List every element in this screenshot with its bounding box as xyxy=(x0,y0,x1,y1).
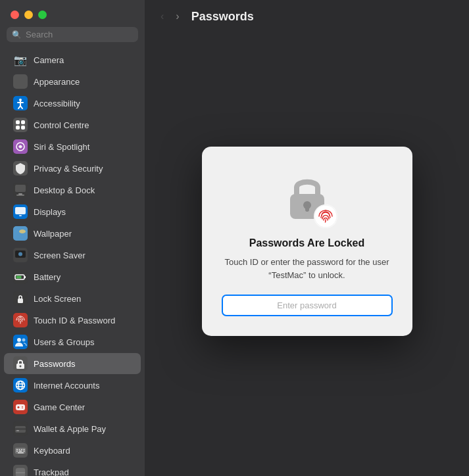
svg-rect-35 xyxy=(13,335,28,349)
svg-point-40 xyxy=(20,366,22,368)
svg-rect-21 xyxy=(19,215,22,216)
game-center-icon xyxy=(13,400,28,414)
dialog-overlay: Passwords Are Locked Touch ID or enter t… xyxy=(145,33,469,476)
sidebar-item-game-center[interactable]: Game Center xyxy=(4,396,141,417)
svg-rect-8 xyxy=(16,120,20,124)
svg-point-27 xyxy=(18,252,22,256)
sidebar-item-label-internet-accounts: Internet Accounts xyxy=(34,381,99,391)
svg-rect-64 xyxy=(24,451,25,452)
svg-rect-16 xyxy=(15,185,26,192)
main-content: ‹ › Passwords xyxy=(145,0,469,476)
svg-rect-18 xyxy=(16,195,24,196)
svg-rect-63 xyxy=(19,451,22,452)
svg-rect-17 xyxy=(18,193,22,195)
internet-accounts-icon xyxy=(13,378,28,393)
svg-rect-9 xyxy=(21,120,25,124)
forward-button[interactable]: › xyxy=(173,9,182,24)
sidebar-list: 📷CameraAppearanceAccessibilityControl Ce… xyxy=(0,49,145,476)
camera-icon: 📷 xyxy=(13,53,28,67)
sidebar-item-accessibility[interactable]: Accessibility xyxy=(4,93,141,114)
sidebar-item-label-lock-screen: Lock Screen xyxy=(34,294,81,304)
sidebar-item-screen-saver[interactable]: Screen Saver xyxy=(4,245,141,266)
sidebar-item-label-keyboard: Keyboard xyxy=(34,446,70,456)
svg-rect-61 xyxy=(24,449,25,450)
sidebar-item-privacy-security[interactable]: Privacy & Security xyxy=(4,158,141,179)
sidebar-item-label-users-groups: Users & Groups xyxy=(34,337,94,347)
svg-rect-60 xyxy=(21,449,22,450)
sidebar-item-battery[interactable]: Battery xyxy=(4,266,141,287)
passwords-icon xyxy=(13,356,28,371)
sidebar-item-label-touch-id-password: Touch ID & Password xyxy=(34,316,115,325)
sidebar-item-siri-spotlight[interactable]: Siri & Spotlight xyxy=(4,136,141,157)
sidebar-item-passwords[interactable]: Passwords xyxy=(4,353,141,374)
back-button[interactable]: ‹ xyxy=(158,9,166,24)
minimize-button[interactable] xyxy=(24,11,33,19)
maximize-button[interactable] xyxy=(38,11,47,19)
wallet-apple-pay-icon xyxy=(13,421,28,436)
touch-id-password-icon xyxy=(13,313,28,327)
desktop-dock-icon xyxy=(13,183,28,197)
svg-rect-20 xyxy=(15,207,26,214)
sidebar-item-label-wallpaper: Wallpaper xyxy=(34,229,72,239)
sidebar-item-wallet-apple-pay[interactable]: Wallet & Apple Pay xyxy=(4,418,141,439)
svg-point-78 xyxy=(314,205,337,227)
page-title: Passwords xyxy=(191,10,254,24)
dialog-title: Passwords Are Locked xyxy=(249,237,364,249)
sidebar-item-label-accessibility: Accessibility xyxy=(34,99,80,108)
svg-rect-65 xyxy=(18,452,24,454)
lock-icon-wrap xyxy=(281,170,333,226)
sidebar-item-label-desktop-dock: Desktop & Dock xyxy=(34,185,95,195)
sidebar-item-displays[interactable]: Displays xyxy=(4,201,141,222)
sidebar-item-label-camera: Camera xyxy=(34,55,64,65)
search-input[interactable] xyxy=(26,30,133,39)
sidebar-item-label-game-center: Game Center xyxy=(34,402,85,412)
svg-point-50 xyxy=(22,406,23,408)
svg-rect-76 xyxy=(305,205,309,212)
svg-rect-59 xyxy=(19,449,20,450)
svg-rect-62 xyxy=(16,451,18,452)
titlebar-buttons xyxy=(0,0,145,27)
svg-rect-7 xyxy=(13,118,28,132)
svg-rect-30 xyxy=(24,276,26,278)
sidebar-item-keyboard[interactable]: Keyboard xyxy=(4,440,141,461)
sidebar-item-internet-accounts[interactable]: Internet Accounts xyxy=(4,375,141,396)
svg-rect-0 xyxy=(13,74,28,89)
control-centre-icon xyxy=(13,118,28,132)
svg-rect-10 xyxy=(16,126,20,130)
appearance-icon xyxy=(13,74,28,89)
dialog-box: Passwords Are Locked Touch ID or enter t… xyxy=(202,147,412,336)
users-groups-icon xyxy=(13,335,28,349)
svg-point-36 xyxy=(17,338,21,342)
svg-rect-33 xyxy=(18,298,23,303)
sidebar-item-label-siri-spotlight: Siri & Spotlight xyxy=(34,142,89,152)
svg-rect-41 xyxy=(13,378,28,393)
svg-rect-11 xyxy=(21,126,25,130)
sidebar-item-wallpaper[interactable]: Wallpaper xyxy=(4,223,141,244)
sidebar-item-lock-screen[interactable]: Lock Screen xyxy=(4,288,141,309)
trackpad-icon xyxy=(13,465,28,476)
fingerprint-icon xyxy=(314,204,337,228)
svg-point-37 xyxy=(22,339,26,342)
sidebar-item-touch-id-password[interactable]: Touch ID & Password xyxy=(4,310,141,331)
sidebar-item-desktop-dock[interactable]: Desktop & Dock xyxy=(4,179,141,201)
sidebar-item-control-centre[interactable]: Control Centre xyxy=(4,114,141,135)
svg-rect-47 xyxy=(16,404,25,410)
sidebar-item-label-battery: Battery xyxy=(34,272,61,282)
siri-spotlight-icon xyxy=(13,139,28,154)
top-bar: ‹ › Passwords xyxy=(145,0,469,33)
password-input[interactable] xyxy=(222,295,393,316)
sidebar: 🔍 📷CameraAppearanceAccessibilityControl … xyxy=(0,0,145,476)
sidebar-item-users-groups[interactable]: Users & Groups xyxy=(4,331,141,352)
sidebar-item-appearance[interactable]: Appearance xyxy=(4,71,141,92)
screen-saver-icon xyxy=(13,248,28,262)
search-box[interactable]: 🔍 xyxy=(7,27,138,42)
svg-point-51 xyxy=(22,408,23,409)
sidebar-item-trackpad[interactable]: Trackpad xyxy=(4,462,141,476)
svg-rect-67 xyxy=(16,468,25,476)
keyboard-icon xyxy=(13,443,28,458)
accessibility-icon xyxy=(13,96,28,110)
sidebar-item-label-privacy-security: Privacy & Security xyxy=(34,164,103,174)
sidebar-item-camera[interactable]: 📷Camera xyxy=(4,49,141,70)
svg-rect-31 xyxy=(16,276,22,279)
close-button[interactable] xyxy=(11,11,19,19)
